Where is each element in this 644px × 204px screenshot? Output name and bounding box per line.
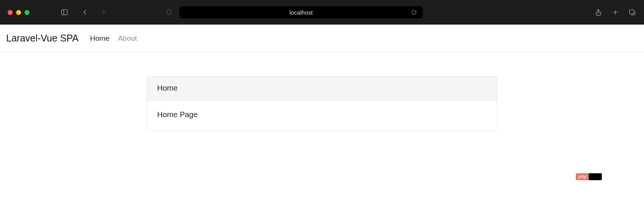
site-navbar: Laravel-Vue SPA Home About	[0, 25, 644, 52]
nav-links: Home About	[90, 34, 137, 43]
watermark: php	[576, 173, 602, 180]
forward-icon[interactable]	[99, 8, 108, 17]
nav-arrows	[81, 8, 108, 17]
minimize-window-icon[interactable]	[16, 10, 21, 15]
share-icon[interactable]	[594, 8, 603, 17]
new-tab-icon[interactable]	[611, 8, 619, 17]
watermark-label: php	[576, 173, 589, 180]
site-brand[interactable]: Laravel-Vue SPA	[6, 33, 79, 44]
card-title: Home	[147, 76, 497, 100]
page-container: Home Home Page	[0, 52, 644, 131]
back-icon[interactable]	[81, 8, 89, 17]
tabs-overview-icon[interactable]	[628, 8, 636, 17]
close-window-icon[interactable]	[8, 10, 13, 15]
nav-link-home[interactable]: Home	[90, 34, 110, 43]
watermark-bar	[589, 173, 602, 180]
svg-rect-5	[629, 10, 634, 14]
reload-icon[interactable]	[410, 8, 418, 17]
window-controls	[8, 10, 30, 15]
card-body: Home Page	[147, 100, 497, 131]
toolbar-right	[594, 8, 636, 17]
privacy-shield-icon[interactable]	[165, 8, 173, 17]
nav-link-about[interactable]: About	[118, 34, 137, 43]
sidebar-toggle-icon[interactable]	[60, 8, 69, 17]
url-text: localhost	[289, 9, 313, 16]
browser-chrome: localhost	[0, 0, 644, 25]
svg-rect-0	[62, 10, 67, 15]
fullscreen-window-icon[interactable]	[25, 10, 30, 15]
address-bar[interactable]: localhost	[179, 6, 423, 18]
content-card: Home Home Page	[147, 76, 497, 131]
